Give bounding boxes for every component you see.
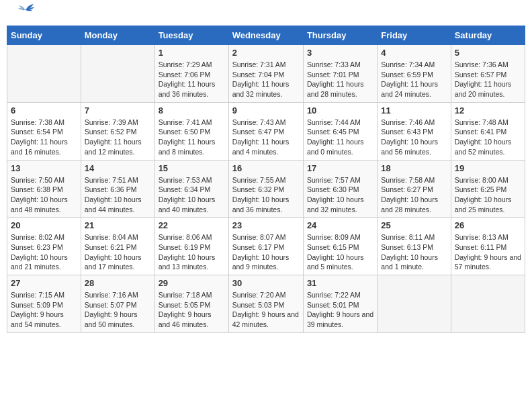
day-number: 17 xyxy=(307,163,373,173)
calendar-day-cell: 7Sunrise: 7:39 AM Sunset: 6:52 PM Daylig… xyxy=(81,102,154,160)
day-info: Sunrise: 8:02 AM Sunset: 6:23 PM Dayligh… xyxy=(11,232,77,272)
day-number: 14 xyxy=(85,163,151,173)
calendar-week-row: 27Sunrise: 7:15 AM Sunset: 5:09 PM Dayli… xyxy=(7,275,525,333)
day-number: 25 xyxy=(381,220,447,230)
calendar-week-row: 20Sunrise: 8:02 AM Sunset: 6:23 PM Dayli… xyxy=(7,218,525,275)
day-number: 23 xyxy=(232,220,300,230)
calendar-day-cell: 9Sunrise: 7:43 AM Sunset: 6:47 PM Daylig… xyxy=(228,102,303,160)
calendar-week-row: 13Sunrise: 7:50 AM Sunset: 6:38 PM Dayli… xyxy=(7,160,525,218)
calendar-day-cell xyxy=(81,45,154,103)
day-of-week-header: Saturday xyxy=(451,26,525,45)
calendar-day-cell: 21Sunrise: 8:04 AM Sunset: 6:21 PM Dayli… xyxy=(81,218,154,275)
day-info: Sunrise: 8:07 AM Sunset: 6:17 PM Dayligh… xyxy=(232,232,300,272)
day-info: Sunrise: 7:16 AM Sunset: 5:07 PM Dayligh… xyxy=(85,290,151,330)
day-info: Sunrise: 7:15 AM Sunset: 5:09 PM Dayligh… xyxy=(11,290,77,330)
calendar-day-cell: 23Sunrise: 8:07 AM Sunset: 6:17 PM Dayli… xyxy=(228,218,303,275)
day-number: 16 xyxy=(232,163,300,173)
day-info: Sunrise: 7:50 AM Sunset: 6:38 PM Dayligh… xyxy=(11,175,77,215)
day-number: 27 xyxy=(11,278,77,288)
day-of-week-header: Thursday xyxy=(303,26,377,45)
calendar-day-cell: 5Sunrise: 7:36 AM Sunset: 6:57 PM Daylig… xyxy=(451,45,525,103)
day-info: Sunrise: 7:29 AM Sunset: 7:06 PM Dayligh… xyxy=(159,60,225,99)
calendar-day-cell: 15Sunrise: 7:53 AM Sunset: 6:34 PM Dayli… xyxy=(154,160,228,218)
header xyxy=(7,7,525,20)
day-info: Sunrise: 7:51 AM Sunset: 6:36 PM Dayligh… xyxy=(85,175,151,215)
logo-bird-icon xyxy=(16,3,35,17)
day-number: 11 xyxy=(381,105,447,116)
day-info: Sunrise: 8:11 AM Sunset: 6:13 PM Dayligh… xyxy=(381,232,447,272)
calendar-day-cell: 8Sunrise: 7:41 AM Sunset: 6:50 PM Daylig… xyxy=(154,102,228,160)
calendar-day-cell: 18Sunrise: 7:58 AM Sunset: 6:27 PM Dayli… xyxy=(378,160,451,218)
day-number: 26 xyxy=(455,220,521,230)
calendar-day-cell: 17Sunrise: 7:57 AM Sunset: 6:30 PM Dayli… xyxy=(303,160,377,218)
day-number: 29 xyxy=(159,278,225,288)
calendar-day-cell: 6Sunrise: 7:38 AM Sunset: 6:54 PM Daylig… xyxy=(7,102,81,160)
day-info: Sunrise: 7:57 AM Sunset: 6:30 PM Dayligh… xyxy=(307,175,373,215)
day-info: Sunrise: 7:46 AM Sunset: 6:43 PM Dayligh… xyxy=(381,118,447,157)
calendar-day-cell: 26Sunrise: 8:13 AM Sunset: 6:11 PM Dayli… xyxy=(451,218,525,275)
day-info: Sunrise: 7:18 AM Sunset: 5:05 PM Dayligh… xyxy=(159,290,225,330)
calendar-day-cell: 22Sunrise: 8:06 AM Sunset: 6:19 PM Dayli… xyxy=(154,218,228,275)
calendar-day-cell: 10Sunrise: 7:44 AM Sunset: 6:45 PM Dayli… xyxy=(303,102,377,160)
day-number: 15 xyxy=(159,163,225,173)
calendar-day-cell: 11Sunrise: 7:46 AM Sunset: 6:43 PM Dayli… xyxy=(378,102,451,160)
calendar-day-cell: 25Sunrise: 8:11 AM Sunset: 6:13 PM Dayli… xyxy=(378,218,451,275)
day-number: 19 xyxy=(455,163,521,173)
day-number: 4 xyxy=(381,48,447,58)
day-info: Sunrise: 7:48 AM Sunset: 6:41 PM Dayligh… xyxy=(455,118,521,157)
day-info: Sunrise: 7:38 AM Sunset: 6:54 PM Dayligh… xyxy=(11,118,77,157)
day-of-week-header: Tuesday xyxy=(154,26,228,45)
day-info: Sunrise: 7:43 AM Sunset: 6:47 PM Dayligh… xyxy=(232,118,300,157)
day-number: 2 xyxy=(232,48,300,58)
day-info: Sunrise: 7:44 AM Sunset: 6:45 PM Dayligh… xyxy=(307,118,373,157)
day-number: 28 xyxy=(85,278,151,288)
calendar-day-cell: 27Sunrise: 7:15 AM Sunset: 5:09 PM Dayli… xyxy=(7,275,81,333)
day-number: 31 xyxy=(307,278,373,288)
day-info: Sunrise: 8:00 AM Sunset: 6:25 PM Dayligh… xyxy=(455,175,521,215)
calendar-week-row: 6Sunrise: 7:38 AM Sunset: 6:54 PM Daylig… xyxy=(7,102,525,160)
calendar-day-cell: 29Sunrise: 7:18 AM Sunset: 5:05 PM Dayli… xyxy=(154,275,228,333)
day-of-week-header: Friday xyxy=(378,26,451,45)
day-number: 22 xyxy=(159,220,225,230)
calendar-day-cell: 16Sunrise: 7:55 AM Sunset: 6:32 PM Dayli… xyxy=(228,160,303,218)
day-number: 10 xyxy=(307,105,373,116)
day-number: 30 xyxy=(232,278,300,288)
day-info: Sunrise: 8:04 AM Sunset: 6:21 PM Dayligh… xyxy=(85,232,151,272)
day-info: Sunrise: 7:22 AM Sunset: 5:01 PM Dayligh… xyxy=(307,290,373,330)
day-info: Sunrise: 7:36 AM Sunset: 6:57 PM Dayligh… xyxy=(455,60,521,99)
calendar-week-row: 1Sunrise: 7:29 AM Sunset: 7:06 PM Daylig… xyxy=(7,45,525,103)
day-of-week-header: Wednesday xyxy=(228,26,303,45)
day-number: 6 xyxy=(11,105,77,116)
day-info: Sunrise: 7:31 AM Sunset: 7:04 PM Dayligh… xyxy=(232,60,300,99)
day-number: 8 xyxy=(159,105,225,116)
calendar-day-cell: 19Sunrise: 8:00 AM Sunset: 6:25 PM Dayli… xyxy=(451,160,525,218)
calendar-day-cell: 2Sunrise: 7:31 AM Sunset: 7:04 PM Daylig… xyxy=(228,45,303,103)
day-info: Sunrise: 7:33 AM Sunset: 7:01 PM Dayligh… xyxy=(307,60,373,99)
day-info: Sunrise: 7:20 AM Sunset: 5:03 PM Dayligh… xyxy=(232,290,300,330)
calendar-header-row: SundayMondayTuesdayWednesdayThursdayFrid… xyxy=(7,26,525,45)
calendar-day-cell xyxy=(451,275,525,333)
calendar-day-cell: 30Sunrise: 7:20 AM Sunset: 5:03 PM Dayli… xyxy=(228,275,303,333)
day-info: Sunrise: 7:55 AM Sunset: 6:32 PM Dayligh… xyxy=(232,175,300,215)
calendar-day-cell: 14Sunrise: 7:51 AM Sunset: 6:36 PM Dayli… xyxy=(81,160,154,218)
day-info: Sunrise: 7:58 AM Sunset: 6:27 PM Dayligh… xyxy=(381,175,447,215)
calendar-day-cell: 13Sunrise: 7:50 AM Sunset: 6:38 PM Dayli… xyxy=(7,160,81,218)
day-number: 18 xyxy=(381,163,447,173)
day-info: Sunrise: 8:06 AM Sunset: 6:19 PM Dayligh… xyxy=(159,232,225,272)
day-info: Sunrise: 7:39 AM Sunset: 6:52 PM Dayligh… xyxy=(85,118,151,157)
day-number: 20 xyxy=(11,220,77,230)
day-info: Sunrise: 7:34 AM Sunset: 6:59 PM Dayligh… xyxy=(381,60,447,99)
calendar-day-cell: 4Sunrise: 7:34 AM Sunset: 6:59 PM Daylig… xyxy=(378,45,451,103)
day-of-week-header: Sunday xyxy=(7,26,81,45)
day-info: Sunrise: 8:09 AM Sunset: 6:15 PM Dayligh… xyxy=(307,232,373,272)
calendar-day-cell xyxy=(7,45,81,103)
logo xyxy=(13,10,35,17)
day-info: Sunrise: 8:13 AM Sunset: 6:11 PM Dayligh… xyxy=(455,232,521,272)
day-number: 24 xyxy=(307,220,373,230)
day-of-week-header: Monday xyxy=(81,26,154,45)
day-number: 21 xyxy=(85,220,151,230)
calendar-day-cell: 24Sunrise: 8:09 AM Sunset: 6:15 PM Dayli… xyxy=(303,218,377,275)
calendar-day-cell: 31Sunrise: 7:22 AM Sunset: 5:01 PM Dayli… xyxy=(303,275,377,333)
day-number: 1 xyxy=(159,48,225,58)
calendar-table: SundayMondayTuesdayWednesdayThursdayFrid… xyxy=(7,26,525,333)
